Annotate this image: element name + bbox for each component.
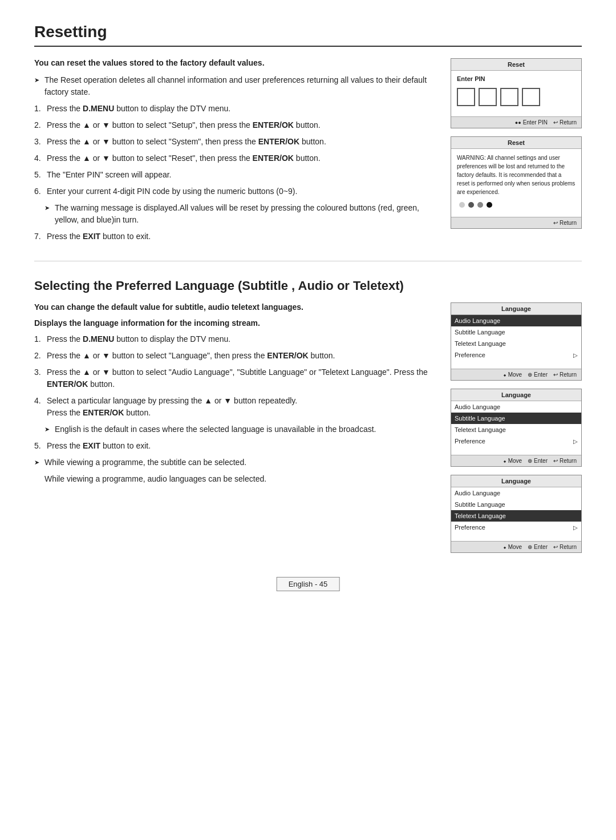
language-section-title: Selecting the Preferred Language (Subtit… (34, 278, 582, 293)
lang-menu-1: Audio Language Subtitle Language Teletex… (451, 315, 581, 369)
reset-warning-panel: Reset WARNING: All channel settings and … (451, 136, 582, 229)
list-item: Press the ▲ or ▼ button to select "Reset… (34, 152, 433, 164)
reset-panel2-title: Reset (451, 137, 581, 149)
footer-enter: ⊕ Enter (528, 458, 548, 464)
lang-panel1-title: Language (451, 303, 581, 315)
menu-item-audio[interactable]: Audio Language (451, 487, 581, 499)
lang-panel-2: Language Audio Language Subtitle Languag… (451, 389, 582, 467)
enter-icon: ⊕ (528, 458, 532, 464)
resetting-section: You can reset the values stored to the f… (34, 58, 582, 247)
language-steps: Press the D.MENU button to display the D… (34, 333, 433, 485)
move-icon: ⬥ (503, 371, 506, 378)
dot-red (459, 202, 465, 208)
resetting-steps: The Reset operation deletes all channel … (34, 74, 433, 243)
footer-enter: ⊕ Enter (528, 371, 548, 378)
pin-box-3 (500, 88, 518, 106)
move-icon: ⬥ (503, 458, 506, 464)
footer-move: ⬥ Move (503, 458, 522, 464)
footer-return: ↩ Return (553, 119, 577, 126)
warning-text: WARNING: All channel settings and user p… (457, 154, 576, 196)
language-section: You can change the default value for sub… (34, 302, 582, 553)
list-item: Press the EXIT button to exit. (34, 231, 433, 243)
lang-panel3-body: Audio Language Subtitle Language Teletex… (451, 487, 581, 541)
list-item: Press the ▲ or ▼ button to select "Setup… (34, 119, 433, 131)
spacer (451, 361, 581, 369)
list-item: Press the D.MENU button to display the D… (34, 103, 433, 115)
language-intro: You can change the default value for sub… (34, 302, 433, 312)
return-icon: ↩ (553, 544, 558, 550)
lang-panel-1: Language Audio Language Subtitle Languag… (451, 302, 582, 381)
reset-ui-panels: Reset Enter PIN ●● Enter PIN ↩ Return (451, 58, 582, 229)
menu-item-teletext[interactable]: Teletext Language (451, 338, 581, 349)
lang-menu-2: Audio Language Subtitle Language Teletex… (451, 401, 581, 455)
list-item: The warning message is displayed.All val… (34, 202, 433, 226)
list-item: English is the default in cases where th… (34, 423, 433, 435)
list-item: While viewing a programme, audio languag… (34, 473, 433, 485)
reset-panel1-title: Reset (451, 59, 581, 71)
list-item: Press the D.MENU button to display the D… (34, 333, 433, 345)
pin-box-1 (457, 88, 475, 106)
menu-item-teletext[interactable]: Teletext Language (451, 510, 581, 522)
enter-pin-label: Enter PIN (457, 75, 576, 82)
language-ui-panels: Language Audio Language Subtitle Languag… (451, 302, 582, 553)
reset-panel1-footer: ●● Enter PIN ↩ Return (451, 116, 581, 128)
lang-panel2-title: Language (451, 389, 581, 401)
chevron-right-icon: ▷ (573, 524, 578, 531)
displays-info: Displays the language information for th… (34, 318, 433, 328)
dot-blue (487, 202, 492, 208)
lang-panel3-footer: ⬥ Move ⊕ Enter ↩ Return (451, 541, 581, 552)
page-title: Resetting (34, 23, 582, 47)
pin-box-4 (522, 88, 540, 106)
list-item: Enter your current 4-digit PIN code by u… (34, 185, 433, 197)
chevron-right-icon: ▷ (573, 438, 578, 445)
menu-item-preference[interactable]: Preference ▷ (451, 522, 581, 533)
return-icon2: ↩ (553, 220, 558, 226)
page-badge: English - 45 (277, 577, 340, 591)
list-item: Press the ▲ or ▼ button to select "Syste… (34, 136, 433, 148)
menu-item-subtitle[interactable]: Subtitle Language (451, 413, 581, 424)
menu-item-subtitle[interactable]: Subtitle Language (451, 326, 581, 338)
list-item: While viewing a programme, the subtitle … (34, 457, 433, 469)
menu-item-audio[interactable]: Audio Language (451, 401, 581, 413)
enter-icon: ⊕ (528, 371, 532, 378)
list-item: Select a particular language by pressing… (34, 395, 433, 419)
lang-panel3-title: Language (451, 475, 581, 487)
menu-item-subtitle[interactable]: Subtitle Language (451, 499, 581, 510)
return-icon: ↩ (553, 458, 558, 464)
reset-panel1-body: Enter PIN (451, 71, 581, 116)
enter-icon: ⊕ (528, 544, 532, 550)
spacer (451, 533, 581, 541)
menu-item-preference[interactable]: Preference ▷ (451, 435, 581, 447)
reset-panel2-footer: ↩ Return (451, 217, 581, 228)
footer-move: ⬥ Move (503, 371, 522, 378)
dot-yellow (477, 202, 483, 208)
move-icon: ⬥ (503, 544, 506, 550)
lang-panel1-body: Audio Language Subtitle Language Teletex… (451, 315, 581, 369)
menu-item-teletext[interactable]: Teletext Language (451, 424, 581, 435)
lang-panel2-footer: ⬥ Move ⊕ Enter ↩ Return (451, 455, 581, 466)
list-item: The Reset operation deletes all channel … (34, 74, 433, 98)
lang-menu-3: Audio Language Subtitle Language Teletex… (451, 487, 581, 541)
pin-boxes (457, 88, 576, 106)
footer-return: ↩ Return (553, 458, 577, 464)
menu-item-audio[interactable]: Audio Language (451, 315, 581, 326)
color-dots (457, 202, 576, 208)
resetting-intro: You can reset the values stored to the f… (34, 58, 433, 67)
spacer (451, 447, 581, 455)
footer-enter-pin: ●● Enter PIN (515, 119, 548, 126)
list-item: The "Enter PIN" screen will appear. (34, 169, 433, 181)
chevron-right-icon: ▷ (573, 352, 578, 358)
footer-return: ↩ Return (553, 371, 577, 378)
lang-panel1-footer: ⬥ Move ⊕ Enter ↩ Return (451, 369, 581, 380)
language-text: You can change the default value for sub… (34, 302, 433, 490)
return-icon: ↩ (553, 119, 558, 126)
list-item: Press the ▲ or ▼ button to select "Langu… (34, 350, 433, 362)
menu-item-preference[interactable]: Preference ▷ (451, 349, 581, 361)
footer-move: ⬥ Move (503, 544, 522, 550)
pin-box-2 (479, 88, 497, 106)
list-item: Press the EXIT button to exit. (34, 440, 433, 452)
list-item: Press the ▲ or ▼ button to select "Audio… (34, 366, 433, 390)
footer-return: ↩ Return (553, 544, 577, 550)
circle-icon: ●● (515, 120, 521, 126)
section-divider (34, 261, 582, 261)
